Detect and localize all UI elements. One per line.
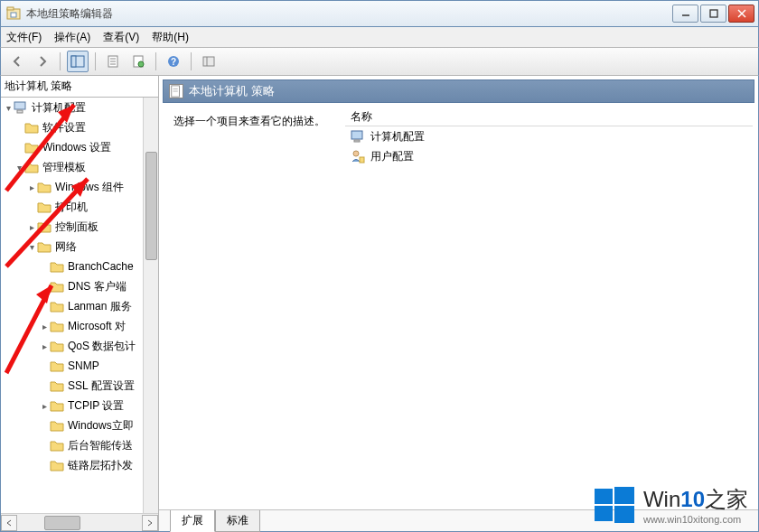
tree-item[interactable]: ▸SSL 配置设置 (1, 376, 158, 396)
windows-logo-icon (595, 485, 634, 525)
tree-item[interactable]: ▾网络 (1, 237, 158, 257)
tree-item-label: Windows 设置 (42, 140, 111, 155)
folder-icon (50, 280, 64, 293)
folder-icon (50, 300, 64, 313)
tree-item-label: Windows 组件 (55, 180, 124, 195)
tree[interactable]: ▾ 计算机配置 ▸软件设置▸Windows 设置▾管理模板▸Windows 组件… (1, 98, 158, 531)
help-button[interactable]: ? (163, 51, 184, 72)
menu-action[interactable]: 操作(A) (54, 30, 90, 45)
folder-icon (24, 161, 39, 173)
description-text: 选择一个项目来查看它的描述。 (164, 108, 345, 504)
tree-item[interactable]: ▸Windows 设置 (1, 137, 158, 157)
tree-item[interactable]: ▸DNS 客户端 (1, 276, 158, 296)
tab-extend[interactable]: 扩展 (170, 510, 215, 532)
tree-item[interactable]: ▸Microsoft 对 (1, 316, 158, 336)
forward-button[interactable] (32, 51, 53, 72)
folder-icon (50, 399, 64, 412)
scrollbar-thumb[interactable] (44, 516, 80, 530)
detail-body: 选择一个项目来查看它的描述。 名称 计算机配置用户配置 (164, 108, 753, 504)
menu-help[interactable]: 帮助(H) (152, 30, 189, 45)
tree-item-label: 打印机 (55, 200, 88, 215)
svg-rect-2 (11, 13, 16, 17)
user-config-icon (351, 149, 365, 163)
scroll-left-button[interactable] (1, 515, 17, 531)
tree-item-label: 链路层拓扑发 (68, 458, 133, 473)
tree-item[interactable]: ▸链路层拓扑发 (1, 455, 158, 475)
tree-item[interactable]: ▸Lanman 服务 (1, 296, 158, 316)
folder-icon (50, 359, 64, 372)
brand-part-c: 之家 (705, 487, 748, 511)
twisty-open-icon[interactable]: ▾ (3, 103, 14, 113)
options-button[interactable] (198, 51, 220, 72)
twisty-closed-icon[interactable]: ▸ (26, 182, 37, 192)
scroll-right-button[interactable] (142, 515, 158, 531)
tab-standard[interactable]: 标准 (215, 510, 260, 532)
toolbar-separator (155, 52, 156, 70)
svg-rect-17 (203, 57, 214, 66)
tree-item[interactable]: ▸QoS 数据包计 (1, 336, 158, 356)
tree-item-label: DNS 客户端 (68, 279, 126, 294)
column-header-name[interactable]: 名称 (345, 108, 753, 126)
tree-item-label: TCPIP 设置 (68, 398, 124, 414)
tree-header: 地计算机 策略 (1, 76, 158, 98)
twisty-closed-icon[interactable]: ▸ (26, 222, 37, 232)
tree-item[interactable]: ▸TCPIP 设置 (1, 396, 158, 415)
twisty-open-icon[interactable]: ▾ (14, 163, 24, 173)
folder-icon (50, 260, 64, 273)
svg-text:?: ? (171, 57, 176, 67)
scrollbar-track[interactable] (17, 515, 142, 531)
list-item-label: 计算机配置 (370, 129, 425, 145)
svg-rect-24 (351, 131, 362, 139)
back-button[interactable] (6, 51, 28, 72)
window-controls (672, 5, 758, 23)
tree-panel: 地计算机 策略 ▾ 计算机配置 ▸软件设置▸Windows 设置▾管理模板▸Wi… (1, 76, 159, 531)
tree-item[interactable]: ▸Windows立即 (1, 415, 158, 435)
close-button[interactable] (728, 5, 754, 23)
titlebar: 本地组策略编辑器 (0, 0, 759, 27)
minimize-button[interactable] (672, 5, 698, 23)
svg-point-14 (138, 61, 144, 67)
twisty-open-icon[interactable]: ▾ (26, 242, 37, 252)
svg-rect-36 (595, 506, 613, 521)
svg-rect-35 (614, 487, 634, 504)
scrollbar-thumb[interactable] (145, 152, 157, 260)
filter-button[interactable] (127, 51, 149, 72)
show-tree-button[interactable] (67, 51, 89, 72)
tree-root[interactable]: ▾ 计算机配置 (1, 98, 158, 117)
properties-button[interactable] (102, 51, 124, 72)
toolbar-separator (60, 52, 61, 70)
tree-scrollbar-vertical[interactable] (143, 98, 158, 513)
detail-header: 本地计算机 策略 (163, 79, 754, 103)
twisty-closed-icon[interactable]: ▸ (39, 322, 50, 331)
tree-item-label: 计算机配置 (32, 100, 86, 116)
watermark: Win10之家 www.win10xitong.com (595, 485, 748, 525)
folder-icon (50, 320, 64, 332)
list-item[interactable]: 用户配置 (345, 146, 753, 166)
svg-rect-8 (71, 56, 76, 67)
tree-item[interactable]: ▾管理模板 (1, 157, 158, 177)
tree-item[interactable]: ▸后台智能传送 (1, 435, 158, 455)
computer-config-icon (351, 129, 365, 144)
tree-item[interactable]: ▸Windows 组件 (1, 177, 158, 197)
tree-item[interactable]: ▸控制面板 (1, 217, 158, 237)
twisty-closed-icon[interactable]: ▸ (39, 401, 50, 411)
tree-item-label: Lanman 服务 (68, 299, 132, 314)
tree-item-label: 管理模板 (42, 160, 86, 175)
menu-view[interactable]: 查看(V) (103, 30, 139, 45)
folder-icon (50, 340, 64, 352)
folder-icon (24, 141, 39, 154)
list-item[interactable]: 计算机配置 (345, 126, 753, 146)
tree-item[interactable]: ▸软件设置 (1, 117, 158, 137)
maximize-button[interactable] (700, 5, 726, 23)
brand-part-b: 10 (680, 487, 705, 511)
tree-item[interactable]: ▸BranchCache (1, 257, 158, 276)
twisty-closed-icon[interactable]: ▸ (39, 341, 50, 351)
svg-rect-4 (710, 10, 717, 17)
tree-item[interactable]: ▸打印机 (1, 197, 158, 217)
svg-rect-20 (17, 110, 23, 113)
menubar: 文件(F) 操作(A) 查看(V) 帮助(H) (0, 27, 759, 47)
tree-item[interactable]: ▸SNMP (1, 356, 158, 376)
menu-file[interactable]: 文件(F) (6, 30, 42, 45)
svg-rect-27 (360, 157, 364, 163)
tree-scrollbar-horizontal[interactable] (1, 513, 158, 531)
